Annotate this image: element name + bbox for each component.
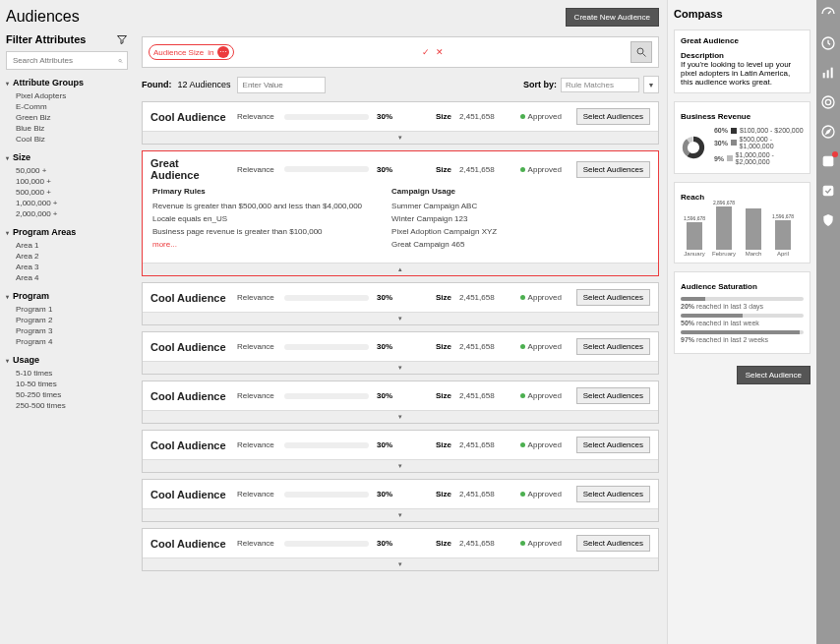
filter-item[interactable]: Program 3 (6, 325, 128, 336)
chip-confirm-icon[interactable]: ✓ (422, 47, 430, 57)
select-audiences-button[interactable]: Select Audiences (576, 535, 650, 552)
filter-item[interactable]: Area 4 (6, 272, 128, 283)
filter-item[interactable]: 2,000,000 + (6, 208, 128, 219)
size-value: 2,451,658 (459, 539, 495, 548)
attribute-search[interactable] (6, 51, 128, 70)
found-count: 12 Audiences (178, 80, 231, 89)
check-icon[interactable] (820, 183, 836, 199)
saturation-text: 20% reached in last 3 days (681, 303, 804, 310)
reach-heading: Reach (681, 193, 804, 202)
chip-operator: in (208, 48, 213, 57)
chip-label: Audience Size (153, 48, 204, 57)
enter-value-input[interactable] (237, 77, 326, 93)
sort-caret-icon[interactable]: ▼ (643, 76, 659, 93)
audience-card: Cool AudienceRelevance30%Size2,451,658Ap… (142, 430, 659, 473)
filter-item[interactable]: 1,000,000 + (6, 198, 128, 208)
size-value: 2,451,658 (459, 342, 495, 351)
run-search-button[interactable] (630, 41, 652, 63)
audience-name: Great Audience (150, 157, 229, 181)
filter-sidebar: Audiences Filter Attributes Attribute Gr… (0, 0, 134, 644)
description-label: Description (681, 51, 724, 60)
chip-remove-icon[interactable]: ✕ (436, 47, 444, 57)
svg-rect-11 (831, 68, 833, 79)
relevance-label: Relevance (237, 490, 276, 498)
filter-item[interactable]: Green Biz (6, 112, 128, 123)
size-value: 2,451,658 (459, 293, 495, 302)
select-audiences-button[interactable]: Select Audiences (576, 486, 650, 502)
reach-bar: 1,596,678January (683, 215, 706, 257)
attribute-search-input[interactable] (11, 54, 118, 67)
reach-bar: March (742, 207, 765, 257)
card-toggle[interactable]: ▾ (143, 361, 658, 374)
filter-group-heading[interactable]: Program Areas (6, 227, 128, 237)
bar-chart-icon[interactable] (820, 65, 836, 81)
filter-group-heading[interactable]: Usage (6, 355, 128, 365)
campaign-item: Great Campaign 465 (391, 240, 497, 249)
card-toggle[interactable]: ▴ (143, 263, 658, 275)
primary-rules-heading: Primary Rules (152, 187, 362, 196)
select-audience-button[interactable]: Select Audience (737, 366, 810, 384)
target-icon[interactable] (820, 94, 836, 110)
gauge-icon[interactable] (820, 6, 836, 22)
filter-item[interactable]: 50-250 times (6, 389, 128, 400)
card-toggle[interactable]: ▾ (143, 410, 658, 423)
more-link[interactable]: more... (152, 240, 362, 249)
select-audiences-button[interactable]: Select Audiences (576, 387, 650, 404)
status-badge: Approved (520, 391, 562, 400)
size-label: Size (436, 293, 451, 302)
saturation-bar (681, 297, 804, 301)
filter-icon[interactable] (116, 33, 128, 45)
filter-item[interactable]: Blue Biz (6, 123, 128, 134)
select-audiences-button[interactable]: Select Audiences (576, 108, 650, 125)
filter-item[interactable]: E-Comm (6, 101, 128, 112)
sort-select[interactable]: Rule Matches (561, 78, 639, 92)
filter-item[interactable]: Program 1 (6, 304, 128, 315)
filter-group-heading[interactable]: Program (6, 291, 128, 301)
shield-icon[interactable] (820, 212, 836, 228)
status-badge: Approved (520, 490, 562, 498)
filter-item[interactable]: Cool Biz (6, 134, 128, 145)
relevance-label: Relevance (237, 293, 276, 302)
filter-group-heading[interactable]: Attribute Groups (6, 78, 128, 88)
chip-more-icon[interactable] (217, 46, 229, 58)
filter-item[interactable]: 50,000 + (6, 165, 128, 176)
filter-chip[interactable]: Audience Size in (149, 44, 234, 60)
page-title: Audiences (6, 8, 128, 26)
notification-icon[interactable] (820, 153, 836, 169)
filter-item[interactable]: 10-50 times (6, 379, 128, 389)
filter-item[interactable]: Area 1 (6, 240, 128, 251)
filter-item[interactable]: Program 2 (6, 315, 128, 325)
reach-bar: 2,896,678February (712, 200, 736, 257)
card-toggle[interactable]: ▾ (143, 508, 658, 521)
filter-item[interactable]: Area 3 (6, 262, 128, 272)
filter-group-heading[interactable]: Size (6, 152, 128, 162)
card-toggle[interactable]: ▾ (143, 312, 658, 324)
relevance-bar (284, 492, 369, 498)
notification-badge (832, 151, 838, 157)
select-audiences-button[interactable]: Select Audiences (576, 338, 650, 355)
filter-item[interactable]: 500,000 + (6, 187, 128, 198)
description-text: If you're looking to level up your pixel… (681, 60, 804, 87)
filter-item[interactable]: 100,000 + (6, 176, 128, 187)
filter-item[interactable]: Program 4 (6, 336, 128, 347)
reach-section: Reach 1,596,678January2,896,678FebruaryM… (674, 182, 810, 263)
create-audience-button[interactable]: Create New Audience (566, 8, 659, 27)
svg-line-7 (828, 11, 831, 14)
status-badge: Approved (520, 440, 562, 449)
select-audiences-button[interactable]: Select Audiences (576, 289, 650, 306)
clock-icon[interactable] (820, 35, 836, 51)
saturation-text: 97% reached in last 2 weeks (681, 336, 804, 343)
card-toggle[interactable]: ▾ (143, 557, 658, 570)
svg-point-13 (825, 99, 830, 104)
select-audiences-button[interactable]: Select Audiences (576, 161, 650, 178)
filter-item[interactable]: 250-500 times (6, 400, 128, 411)
filter-item[interactable]: Pixel Adopters (6, 90, 128, 101)
card-toggle[interactable]: ▾ (143, 459, 658, 472)
filter-item[interactable]: Area 2 (6, 251, 128, 262)
select-audiences-button[interactable]: Select Audiences (576, 437, 650, 453)
filter-item[interactable]: 5-10 times (6, 368, 128, 379)
compass-icon[interactable] (820, 124, 836, 140)
card-toggle[interactable]: ▾ (143, 131, 658, 144)
status-badge: Approved (520, 342, 562, 351)
relevance-bar (284, 295, 369, 301)
